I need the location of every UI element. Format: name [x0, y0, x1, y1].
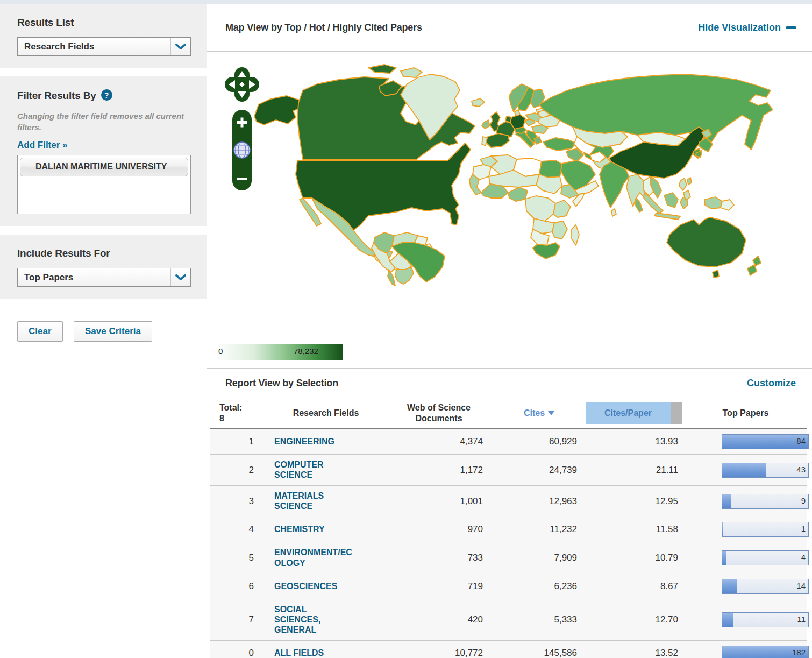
world-map[interactable]: [207, 51, 812, 336]
bar-fill: [722, 463, 766, 477]
total-value: 8: [219, 413, 267, 424]
include-results-value: Top Papers: [18, 269, 170, 286]
filter-section: Filter Results By? Changing the filter f…: [0, 76, 207, 226]
cites-value: 5,333: [495, 599, 583, 640]
column-header-research-fields[interactable]: Research Fields: [269, 398, 383, 429]
top-papers-value: 84: [796, 436, 806, 445]
bar-fill: [722, 579, 737, 593]
filter-listbox[interactable]: DALIAN MARITIME UNIVERSITY: [17, 155, 191, 214]
field-link[interactable]: CHEMISTRY: [274, 524, 325, 534]
results-list-label: Results List: [17, 17, 191, 29]
docs-value: 10,772: [383, 640, 495, 658]
top-papers-bar: 1: [722, 522, 809, 537]
filter-results-text: Filter Results By: [17, 90, 96, 101]
map-controls[interactable]: [224, 67, 260, 194]
top-papers-bar: 9: [722, 494, 809, 509]
country-sudan: [536, 174, 562, 194]
row-rank: 0: [210, 640, 269, 658]
island-sumatra: [644, 193, 663, 213]
country-new-zealand: [753, 256, 761, 266]
row-rank: 1: [210, 429, 269, 455]
table-row: 6 GEOSCIENCES 719 6,236 8.67 14: [210, 574, 807, 599]
column-drag-handle[interactable]: [671, 402, 682, 424]
field-link[interactable]: COMPUTER SCIENCE: [274, 459, 355, 480]
top-papers-bar: 182: [722, 646, 809, 658]
top-papers-bar: 43: [722, 463, 809, 478]
country-portugal: [482, 137, 487, 146]
row-rank: 7: [210, 599, 269, 640]
country-vietnam: [650, 176, 661, 198]
add-filter-link[interactable]: Add Filter »: [17, 140, 68, 151]
row-rank: 5: [210, 542, 269, 574]
docs-value: 4,374: [383, 429, 495, 455]
table-header-row: Total: 8 Research Fields Web of Science …: [210, 398, 807, 429]
docs-value: 719: [383, 574, 495, 599]
field-link[interactable]: ALL FIELDS: [274, 648, 324, 658]
include-results-label: Include Results For: [17, 247, 191, 259]
top-papers-value: 182: [792, 648, 806, 657]
table-row: 3 MATERIALS SCIENCE 1,001 12,963 12.95 9: [210, 486, 807, 517]
table-row: 2 COMPUTER SCIENCE 1,172 24,739 21.11 43: [210, 455, 807, 486]
docs-value: 420: [383, 599, 495, 640]
results-list-dropdown[interactable]: Research Fields: [17, 37, 191, 56]
cites-value: 60,929: [495, 429, 583, 455]
top-papers-bar: 4: [722, 550, 809, 565]
country-ireland: [482, 120, 490, 129]
field-link[interactable]: SOCIAL SCIENCES, GENERAL: [274, 604, 355, 635]
region-mozambique: [552, 221, 567, 239]
cites-paper-value: 12.95: [583, 486, 685, 517]
cites-value: 12,963: [495, 486, 583, 517]
column-header-cites[interactable]: Cites: [495, 398, 583, 429]
bar-fill: [722, 551, 726, 565]
results-list-section: Results List Research Fields: [0, 4, 207, 68]
include-results-dropdown[interactable]: Top Papers: [17, 268, 191, 287]
region-drc: [525, 196, 555, 221]
map-pan-control[interactable]: [225, 67, 259, 102]
choropleth-map[interactable]: [207, 52, 812, 336]
field-link[interactable]: MATERIALS SCIENCE: [274, 491, 355, 511]
filter-item-dalian-maritime-university[interactable]: DALIAN MARITIME UNIVERSITY: [20, 158, 188, 176]
country-sri-lanka: [611, 209, 616, 216]
customize-link[interactable]: Customize: [747, 378, 796, 389]
report-table: Total: 8 Research Fields Web of Science …: [210, 398, 807, 658]
country-new-zealand: [747, 265, 757, 275]
cites-paper-value: 11.58: [583, 517, 685, 542]
docs-value: 970: [383, 517, 495, 542]
country-egypt: [539, 160, 563, 178]
column-header-top-papers[interactable]: Top Papers: [685, 398, 807, 429]
island-taiwan: [687, 178, 692, 185]
column-header-cites-paper[interactable]: Cites/Paper: [583, 398, 685, 429]
row-rank: 3: [210, 486, 269, 517]
country-canada-arctic: [401, 68, 422, 77]
country-australia: [667, 217, 746, 267]
country-india: [600, 162, 629, 208]
docs-value: 733: [383, 542, 495, 574]
field-link[interactable]: GEOSCIENCES: [274, 581, 337, 591]
country-malaysia: [635, 198, 643, 212]
legend-max-label: 78,232: [294, 346, 318, 356]
island-java: [654, 213, 680, 220]
map-color-scale: 0 78,232: [215, 344, 343, 360]
column-header-wos-documents[interactable]: Web of Science Documents: [383, 398, 495, 429]
country-nigeria: [508, 187, 528, 201]
filter-results-label: Filter Results By?: [17, 89, 191, 102]
report-panel-header: Report View by Selection Customize: [207, 368, 812, 398]
field-link[interactable]: ENVIRONMENT/ECOLOGY: [274, 547, 355, 568]
top-papers-value: 1: [801, 524, 806, 533]
map-zoom-control[interactable]: [232, 110, 252, 190]
chevron-down-icon: [170, 268, 190, 286]
save-criteria-button[interactable]: Save Criteria: [74, 321, 152, 342]
total-label: Total:: [219, 402, 267, 413]
hide-visualization-text: Hide Visualization: [698, 22, 781, 33]
table-row: 0 ALL FIELDS 10,772 145,586 13.52 182: [210, 640, 807, 658]
help-icon[interactable]: ?: [101, 89, 112, 101]
hide-visualization-link[interactable]: Hide Visualization: [698, 22, 796, 33]
results-list-value: Research Fields: [18, 38, 170, 55]
clear-button[interactable]: Clear: [17, 321, 63, 342]
filter-note: Changing the filter field removes all cu…: [17, 110, 191, 134]
field-link[interactable]: ENGINEERING: [274, 436, 334, 447]
top-papers-value: 11: [797, 614, 806, 624]
cites-value: 11,232: [495, 517, 583, 542]
sidebar-actions: Clear Save Criteria: [0, 307, 207, 342]
docs-value: 1,001: [383, 486, 495, 517]
